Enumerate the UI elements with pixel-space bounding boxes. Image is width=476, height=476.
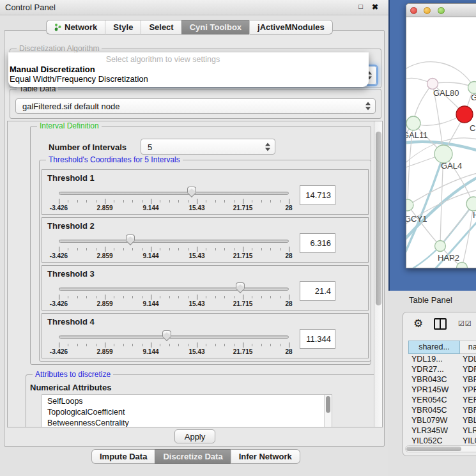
table-row[interactable]: YBR045CYBR0 [408, 405, 476, 415]
network-node[interactable] [468, 82, 476, 94]
slider-thumb[interactable] [187, 187, 196, 198]
threshold-label: Threshold 4 [47, 317, 95, 326]
slider-ticks [59, 342, 289, 348]
network-node[interactable] [406, 116, 420, 130]
attributes-list-scrollbar[interactable] [324, 395, 332, 427]
numerical-attributes-label: Numerical Attributes [30, 383, 111, 392]
network-node[interactable] [466, 197, 476, 211]
threshold-value-field[interactable]: 6.316 [300, 233, 335, 253]
table-row[interactable]: YBR043CYBR0 [408, 374, 476, 385]
thresholds-group: Threshold's Coordinates for 5 Intervals … [39, 160, 371, 362]
bottom-tab-bar: Impute Data Discretize Data Infer Networ… [91, 449, 300, 464]
attribute-item[interactable]: TopologicalCoefficient [47, 407, 332, 418]
algorithm-dropdown-popup: Select algorithm to view settings Manual… [8, 52, 369, 87]
slider-thumb[interactable] [236, 282, 245, 294]
slider-track[interactable] [59, 335, 289, 339]
gear-icon[interactable]: ⚙ [413, 317, 423, 330]
float-window-icon[interactable]: □ [358, 3, 363, 10]
scrollbar-thumb[interactable] [406, 447, 461, 451]
slider-ticks [59, 247, 289, 252]
cell-name: YIL0 [460, 436, 476, 446]
attribute-item[interactable]: SelfLoops [47, 396, 332, 407]
tab-style[interactable]: Style [105, 20, 141, 35]
threshold-slider[interactable]: -3.4262.8599.14415.4321.71528 [59, 332, 289, 356]
threshold-box: Threshold 2-3.4262.8599.14415.4321.71528… [42, 217, 369, 263]
network-node[interactable] [457, 263, 468, 268]
threshold-label: Threshold 3 [47, 269, 95, 279]
number-of-intervals-label: Number of Intervals [49, 142, 127, 152]
network-view-window: GAL80GACGAL11GAL4GCY1HHAP2 [406, 3, 476, 268]
table-data-value: galFiltered.sif default node [22, 102, 119, 111]
network-window-titlebar[interactable] [406, 4, 476, 17]
table-row[interactable]: YBL079WYBL0 [408, 415, 476, 426]
slider-track[interactable] [59, 240, 289, 243]
network-icon [54, 23, 61, 31]
column-header-shared[interactable]: shared... [408, 341, 460, 354]
cell-name: YDR2 [460, 364, 476, 374]
threshold-value-field[interactable]: 14.713 [300, 185, 335, 205]
scrollbar-thumb[interactable] [326, 396, 330, 413]
network-node[interactable] [434, 145, 452, 163]
threshold-value-field[interactable]: 11.344 [300, 329, 335, 349]
table-data-combobox[interactable]: galFiltered.sif default node [15, 98, 376, 114]
tab-infer-network[interactable]: Infer Network [231, 449, 300, 464]
tab-network[interactable]: Network [46, 20, 105, 35]
app-root: Control Panel □ ✖ Network Style Select C… [0, 0, 476, 476]
table-panel-box: ⚙ ☑☑ shared... name YDL19...YDL1YDR27...… [403, 312, 476, 456]
scrollbar-thumb[interactable] [376, 132, 381, 305]
node-label: GCY1 [406, 214, 427, 224]
attributes-group: Attributes to discretize Numerical Attri… [26, 374, 376, 427]
attribute-item[interactable]: BetweennessCentrality [47, 418, 332, 427]
table-row[interactable]: YDR27...YDR2 [408, 364, 476, 374]
settings-scroll-area: Interval Definition Number of Intervals … [7, 121, 383, 427]
network-node[interactable] [435, 241, 446, 252]
network-node[interactable] [406, 199, 413, 211]
column-header-name[interactable]: name [460, 341, 476, 354]
close-icon[interactable]: ✖ [372, 3, 378, 12]
network-canvas[interactable]: GAL80GACGAL11GAL4GCY1HHAP2 [406, 17, 476, 268]
table-row[interactable]: YPR145WYPR1 [408, 385, 476, 395]
cell-shared-name: YBL079W [408, 415, 460, 426]
cell-shared-name: YLR345W [408, 426, 460, 436]
close-traffic-light-icon[interactable] [410, 7, 417, 14]
network-graph[interactable]: GAL80GACGAL11GAL4GCY1HHAP2 [406, 17, 476, 268]
table-row[interactable]: YIL052CYIL0 [408, 436, 476, 446]
table-row[interactable]: YLR345WYLR3 [408, 426, 476, 436]
threshold-slider[interactable]: -3.4262.8599.14415.4321.71528 [59, 284, 289, 308]
table-body: YDL19...YDL1YDR27...YDR2YBR043CYBR0YPR14… [408, 354, 476, 446]
threshold-boxes: Threshold 1-3.4262.8599.14415.4321.71528… [42, 169, 369, 361]
cell-name: YBR0 [460, 374, 476, 385]
menu-item-manual-discretization[interactable]: Manual Discretization [8, 65, 369, 74]
network-node[interactable] [456, 106, 473, 123]
tab-jactivemnodules[interactable]: jActiveMNodules [249, 20, 333, 35]
slider-track[interactable] [59, 288, 289, 291]
tab-cyni-toolbox[interactable]: Cyni Toolbox [181, 20, 249, 35]
threshold-value-field[interactable]: 21.4 [300, 281, 335, 301]
slider-thumb[interactable] [162, 330, 171, 342]
tab-discretize-data[interactable]: Discretize Data [155, 449, 230, 464]
slider-axis-labels: -3.4262.8599.14415.4321.71528 [59, 204, 289, 212]
apply-button[interactable]: Apply [174, 429, 215, 443]
table-row[interactable]: YDL19...YDL1 [408, 354, 476, 364]
node-table: shared... name YDL19...YDL1YDR27...YDR2Y… [408, 341, 476, 446]
threshold-slider[interactable]: -3.4262.8599.14415.4321.71528 [59, 188, 289, 212]
column-checkboxes-icon[interactable]: ☑☑ [458, 319, 472, 328]
slider-thumb[interactable] [126, 234, 135, 246]
minimize-traffic-light-icon[interactable] [424, 7, 431, 14]
menu-item-equal-width-frequency[interactable]: Equal Width/Frequency Discretization [8, 74, 369, 84]
table-row[interactable]: YER054CYER0 [408, 395, 476, 405]
tab-network-label: Network [65, 22, 97, 32]
interval-definition-title: Interval Definition [37, 121, 102, 131]
threshold-slider[interactable]: -3.4262.8599.14415.4321.71528 [59, 236, 289, 260]
split-panel-icon[interactable] [434, 318, 447, 330]
network-node[interactable] [427, 79, 438, 89]
slider-track[interactable] [59, 192, 289, 195]
number-of-intervals-combobox[interactable]: 5 [141, 139, 275, 155]
slider-ticks [59, 295, 289, 300]
table-horizontal-scrollbar[interactable] [405, 445, 476, 452]
node-label: GAL11 [406, 130, 428, 140]
tab-select[interactable]: Select [141, 20, 181, 35]
zoom-traffic-light-icon[interactable] [438, 7, 445, 14]
settings-scrollbar[interactable] [374, 121, 382, 427]
tab-impute-data[interactable]: Impute Data [91, 449, 155, 464]
